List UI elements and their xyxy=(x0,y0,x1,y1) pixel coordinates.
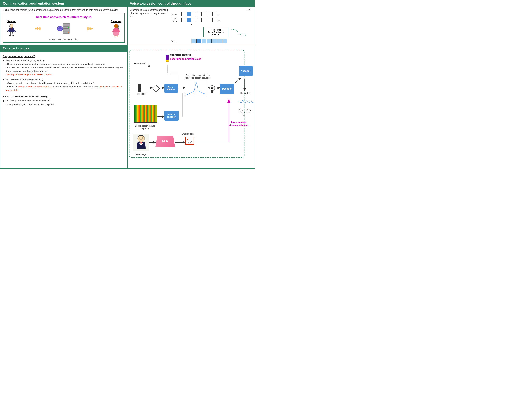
source-speech-label: Source speech feature sequence xyxy=(133,125,157,130)
sad-label: "sad" xyxy=(187,141,192,143)
svg-line-38 xyxy=(235,78,241,83)
indicator-lines xyxy=(181,24,252,25)
dashed-curve xyxy=(230,27,246,37)
receiver-label: Receiver xyxy=(111,20,121,23)
comm-title: Real-time conversion to different styles xyxy=(6,15,122,19)
voice-section-header: Voice expression control through face xyxy=(128,0,255,7)
dots-top: … xyxy=(218,13,220,16)
face-tbox-3 xyxy=(192,18,196,22)
zero-vector-bar xyxy=(138,84,141,92)
vc-bullet xyxy=(3,79,4,80)
sender-figure xyxy=(6,24,17,38)
voice-desc: Crossmodal voice control consisting of f… xyxy=(130,8,170,43)
server-brain-figure xyxy=(57,22,71,35)
face-boxes: … xyxy=(181,18,220,22)
svg-point-20 xyxy=(118,25,119,27)
voice-bottom-label: Voice xyxy=(172,40,180,43)
svg-marker-53 xyxy=(153,85,159,92)
core-content: Sequence-to-sequence VC Sequence-to-sequ… xyxy=(0,52,127,108)
feedback-label: Feedback xyxy=(134,62,145,65)
converted-label: Converted xyxy=(240,92,250,94)
svg-line-2 xyxy=(9,27,9,28)
tbox-3 xyxy=(192,12,196,16)
voice-bottom-row: Voice … xyxy=(172,39,252,43)
voice-diagram: time Voice … xyxy=(172,8,252,43)
core-header-text: Core techniques xyxy=(3,46,29,50)
svg-point-27 xyxy=(117,37,119,38)
core-section-header: Core techniques xyxy=(0,45,127,52)
deepemotion-row: Real-Time DeepEmotion + S2S-VC xyxy=(181,27,252,37)
svg-point-17 xyxy=(68,32,69,33)
tbox-2 xyxy=(187,12,191,16)
main-container: Communication augmentation system Using … xyxy=(0,0,255,169)
face-label: Face image xyxy=(172,17,180,22)
s2s-bullet-2: • Encoder/decoder structure and attentio… xyxy=(3,66,125,73)
top-right-panel: Voice expression control through face Cr… xyxy=(128,0,255,45)
comm-row: Sender xyxy=(6,20,122,38)
receiver-figure xyxy=(110,24,122,38)
svg-marker-28 xyxy=(245,34,246,36)
comm-box: Real-time conversion to different styles… xyxy=(3,13,125,43)
svg-point-7 xyxy=(9,35,11,37)
s2s-bullet-3: • Usually requires large-scale parallel … xyxy=(3,73,125,76)
vc-bullet-2: • S2S-VC is able to convert prosodic fea… xyxy=(3,85,125,92)
svg-point-56 xyxy=(142,137,143,138)
s2s-title: Sequence-to-sequence VC xyxy=(3,54,125,58)
k-label: k xyxy=(187,138,192,141)
fer-block: FER xyxy=(155,135,175,147)
face-image-placeholder xyxy=(133,134,149,151)
comm-footer: to make communication smoother xyxy=(6,38,122,40)
face-tbox-6 xyxy=(207,18,212,22)
face-tbox-4 xyxy=(197,18,202,22)
voice-header-text: Voice expression control through face xyxy=(130,2,191,5)
deepemotion-box: Real-Time DeepEmotion + S2S-VC xyxy=(203,27,229,37)
vc-s2s-subtitle: VC based on S2S learning (S2S-VC) xyxy=(6,78,43,81)
tbox-4 xyxy=(197,12,202,16)
s2s-subtitle: Sequence-to-sequence (S2S) learning xyxy=(6,59,45,61)
vb-tbox-6 xyxy=(217,39,222,43)
face-svg xyxy=(134,134,148,151)
diagram-area: Converted features according to Emotion … xyxy=(128,45,255,168)
s2s-bullet xyxy=(3,60,4,61)
vb-tbox-5 xyxy=(212,39,217,43)
fer-subtitle: FER using attentional convolutional netw… xyxy=(6,99,50,102)
multiply-symbol: ⊗ xyxy=(209,85,215,91)
dots-vb: … xyxy=(227,40,230,43)
according-label: according to Emotion class xyxy=(170,58,202,60)
tbox-1 xyxy=(181,12,186,16)
sender-label: Sender xyxy=(7,20,16,23)
tbox-7 xyxy=(212,12,217,16)
fer-title: Facial expression recognition (FER) xyxy=(3,95,125,99)
vc-s2s-subtitle-row: VC based on S2S learning (S2S-VC) xyxy=(3,78,125,81)
vc-bullet-1: • Voice expressions are characterized by… xyxy=(3,82,125,85)
vb-tbox-3 xyxy=(202,39,206,43)
fer-bullet-1: • After prediction, output is passed to … xyxy=(3,103,125,106)
fer-subtitle-row: FER using attentional convolutional netw… xyxy=(3,99,125,102)
svg-line-6 xyxy=(13,32,13,36)
face-image-label: Face image xyxy=(133,153,149,156)
svg-point-8 xyxy=(12,35,14,37)
tbox-5 xyxy=(202,12,207,16)
target-emotion-label: Target emotion class conditioning xyxy=(229,121,249,126)
target-encoder-block: Target encoder xyxy=(164,84,178,93)
svg-rect-1 xyxy=(9,25,10,27)
tbox-6 xyxy=(207,12,212,16)
svg-point-26 xyxy=(113,37,115,38)
s2s-bullet-1: • Offers a general framework for transfo… xyxy=(3,62,125,66)
emotion-k-box: k "sad" xyxy=(185,137,194,145)
dashed-waveforms xyxy=(238,104,254,119)
comm-section-header: Communication augmentation system xyxy=(0,0,127,7)
vb-tbox-1 xyxy=(191,39,196,43)
spectrogram xyxy=(134,105,157,123)
time-label: time xyxy=(248,8,252,11)
emotion-class-label: Emotion class xyxy=(181,133,195,135)
zero-vector-label: zero vector xyxy=(135,93,147,95)
vb-tbox-7 xyxy=(222,39,227,43)
fer-bullet xyxy=(3,100,4,102)
top-left-panel: Communication augmentation system Using … xyxy=(0,0,128,45)
probabilities-label: Probabilities about attention for source… xyxy=(185,74,211,79)
bottom-right-panel: Converted features according to Emotion … xyxy=(128,45,255,168)
vb-tbox-4 xyxy=(207,39,211,43)
source-encoder-block: Source encoder xyxy=(164,111,179,121)
voice-top-label: Voice xyxy=(172,13,180,15)
